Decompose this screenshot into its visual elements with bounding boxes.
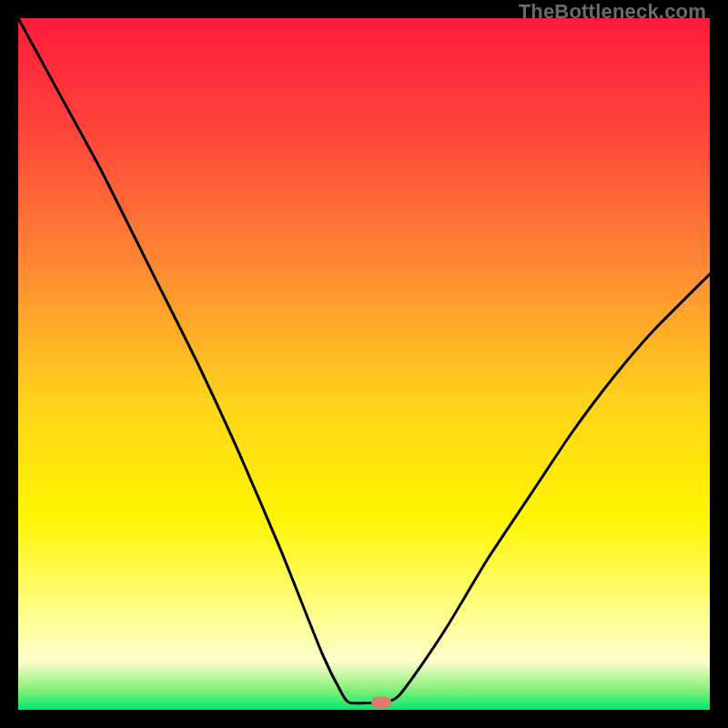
watermark-text: TheBottleneck.com xyxy=(519,0,706,24)
bottleneck-curve xyxy=(18,18,710,703)
curve-layer xyxy=(18,18,710,710)
optimal-marker xyxy=(371,697,391,709)
chart-frame: TheBottleneck.com xyxy=(0,0,728,728)
plot-area xyxy=(18,18,710,710)
